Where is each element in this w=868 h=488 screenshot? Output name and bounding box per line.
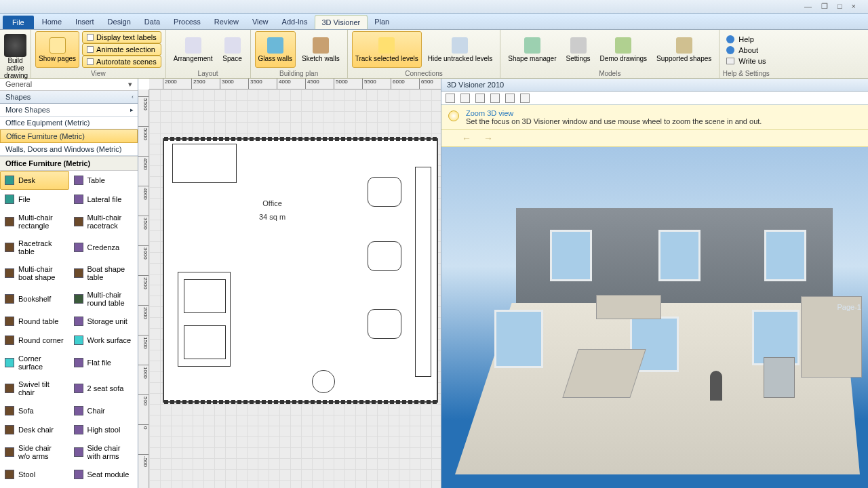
shape-item[interactable]: Multi-chair racetrack <box>69 209 138 235</box>
shape-manager-button[interactable]: Shape manager <box>505 31 559 68</box>
tab-home[interactable]: Home <box>35 15 68 29</box>
3d-tip: Zoom 3D view Set the focus on 3D Visione… <box>441 105 868 130</box>
track-selected-levels-button[interactable]: Track selected levels <box>352 31 422 68</box>
stencil-category[interactable]: Office Furniture (Metric) <box>0 129 138 143</box>
tab-3d-visioner[interactable]: 3D Visioner <box>315 15 368 29</box>
shape-item[interactable]: Storage unit <box>69 312 138 331</box>
shape-item[interactable]: Swivel tilt chair <box>0 375 69 401</box>
shape-item[interactable]: 2-arm seat module <box>69 484 138 488</box>
shape-item[interactable]: Desk <box>0 171 69 190</box>
furn-chair-3[interactable] <box>368 309 401 339</box>
tab-data[interactable]: Data <box>138 15 167 29</box>
ribbon: Build active drawing Show pages Display … <box>0 30 868 79</box>
demo-drawings-button[interactable]: Demo drawings <box>597 31 650 68</box>
shape-name: File <box>18 195 31 203</box>
shape-item[interactable]: Round table <box>0 312 69 331</box>
window-restore[interactable]: ❐ <box>821 2 828 11</box>
supported-shapes-button[interactable]: Supported shapes <box>653 31 715 68</box>
shape-item[interactable]: Lateral file <box>69 190 138 209</box>
window-maximize[interactable]: □ <box>837 2 842 11</box>
shape-name: Multi-chair racetrack <box>87 214 134 230</box>
furn-round-table[interactable] <box>312 370 335 393</box>
shape-item[interactable]: Multi-chair round table <box>69 286 138 312</box>
shape-item[interactable]: File <box>0 190 69 209</box>
shape-item[interactable]: Seat module <box>69 465 138 484</box>
3d-viewport[interactable]: Page-1 <box>441 147 868 488</box>
shape-item[interactable]: 1-arm seat module <box>0 484 69 488</box>
furn-desk-group-left[interactable] <box>178 272 231 367</box>
tb-view-icon[interactable] <box>475 94 485 103</box>
shape-item[interactable]: Credenza <box>69 235 138 260</box>
shape-item[interactable]: Corner surface <box>0 350 69 375</box>
shape-item[interactable]: Racetrack table <box>0 235 69 260</box>
shape-name: High stool <box>87 426 121 434</box>
shape-item[interactable]: Table <box>69 171 138 190</box>
shape-item[interactable]: Sofa <box>0 401 69 420</box>
chevron-left-icon: ‹ <box>132 94 134 100</box>
drawing-canvas[interactable]: Office 34 sq m <box>149 89 441 488</box>
build-active-drawing-button[interactable]: Build active drawing <box>4 57 26 79</box>
write-us-button[interactable]: Write us <box>726 57 766 65</box>
tb-print-icon[interactable] <box>460 94 470 103</box>
show-pages-button[interactable]: Show pages <box>35 31 79 68</box>
hide-untracked-levels-button[interactable]: Hide untracked levels <box>425 31 496 68</box>
shape-item[interactable]: High stool <box>69 420 138 439</box>
autorotate-scenes-toggle[interactable]: Autorotate scenes <box>82 56 161 68</box>
window-minimize[interactable]: — <box>804 2 812 11</box>
3d-chair <box>764 357 795 398</box>
tb-fit-icon[interactable] <box>490 94 500 103</box>
space-button[interactable]: Space <box>219 31 246 68</box>
window-close[interactable]: × <box>852 2 856 11</box>
more-shapes[interactable]: More Shapes▸ <box>0 104 138 117</box>
settings-button[interactable]: Settings <box>562 31 593 68</box>
shape-item[interactable]: Side chair w/o arms <box>0 439 69 465</box>
tab-view[interactable]: View <box>245 15 275 29</box>
demo-drawings-icon <box>615 37 631 54</box>
tab-review[interactable]: Review <box>208 15 245 29</box>
tb-reset-icon[interactable] <box>505 94 515 103</box>
drawing-canvas-area: 2000250030003500400045005000550060006500… <box>138 79 441 488</box>
furn-chair-2[interactable] <box>368 241 401 271</box>
tb-open-icon[interactable] <box>446 94 455 103</box>
arrangement-button[interactable]: Arrangement <box>170 31 216 68</box>
shape-item[interactable]: Round corner <box>0 331 69 350</box>
shape-item[interactable]: 2 seat sofa <box>69 375 138 401</box>
about-button[interactable]: About <box>726 46 766 54</box>
animate-selection-toggle[interactable]: Animate selection <box>82 43 161 56</box>
tab-add-ins[interactable]: Add-Ins <box>275 15 315 29</box>
tab-file[interactable]: File <box>3 16 34 29</box>
group-models-label: Models <box>500 69 719 78</box>
group-connections-label: Connections <box>348 69 500 78</box>
shapes-header[interactable]: Shapes‹ <box>0 91 138 104</box>
3d-tip-nav: ← → <box>441 130 868 147</box>
general-dropdown[interactable]: General▾ <box>0 79 138 91</box>
shape-item[interactable]: Bookshelf <box>0 286 69 312</box>
tip-next-button[interactable]: → <box>484 133 493 144</box>
tab-design[interactable]: Design <box>101 15 138 29</box>
shape-item[interactable]: Side chair with arms <box>69 439 138 465</box>
stencil-category[interactable]: Office Equipment (Metric) <box>0 117 138 129</box>
tab-plan[interactable]: Plan <box>368 15 396 29</box>
shape-item[interactable]: Work surface <box>69 331 138 350</box>
sketch-walls-button[interactable]: Sketch walls <box>298 31 343 68</box>
3d-toolbar <box>441 92 868 105</box>
tb-info-icon[interactable] <box>520 94 530 103</box>
tab-process[interactable]: Process <box>167 15 208 29</box>
help-button[interactable]: Help <box>726 35 766 43</box>
shape-item[interactable]: Multi-chair boat shape <box>0 260 69 286</box>
shape-item[interactable]: Multi-chair rectangle <box>0 209 69 235</box>
furn-table-right[interactable] <box>415 167 431 377</box>
tab-insert[interactable]: Insert <box>68 15 101 29</box>
furn-chair-1[interactable] <box>368 177 401 207</box>
shape-item[interactable]: Boat shape table <box>69 260 138 286</box>
shape-item[interactable]: Chair <box>69 401 138 420</box>
display-text-labels-toggle[interactable]: Display text labels <box>82 31 161 43</box>
tip-prev-button[interactable]: ← <box>462 133 471 144</box>
shape-item[interactable]: Flat file <box>69 350 138 375</box>
shape-item[interactable]: Stool <box>0 465 69 484</box>
glass-walls-button[interactable]: Glass walls <box>255 31 296 68</box>
shape-item[interactable]: Desk chair <box>0 420 69 439</box>
stencil-category[interactable]: Walls, Doors and Windows (Metric) <box>0 143 138 156</box>
furn-desk-1[interactable] <box>172 144 237 183</box>
shape-icon <box>5 195 14 204</box>
